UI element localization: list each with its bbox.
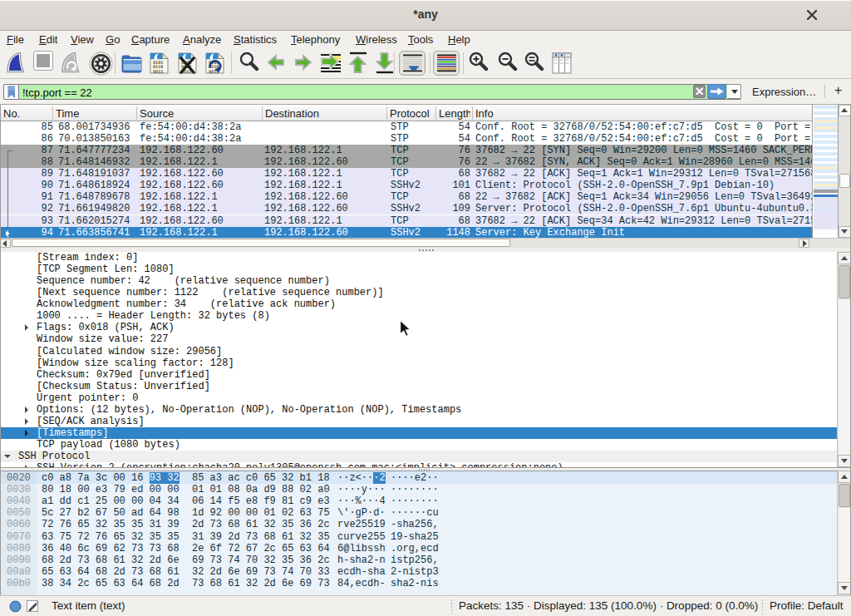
svg-text:0011: 0011 xyxy=(153,70,163,75)
